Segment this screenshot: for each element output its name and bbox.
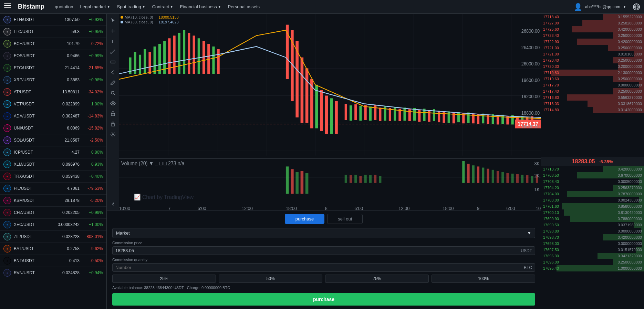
svg-rect-117 bbox=[374, 175, 376, 183]
coin-row[interactable]: ● ETC/USDT 21.4414 -21.65% bbox=[0, 62, 106, 74]
buy-order-row[interactable]: 17704.20 0.2563270000 bbox=[541, 185, 644, 191]
eye-tool[interactable] bbox=[109, 99, 117, 107]
coin-row[interactable]: ● XEC/USDT 0.00003242 +1.00% bbox=[0, 219, 106, 231]
coin-row[interactable]: ● BCH/USDT 101.79 -0.72% bbox=[0, 38, 106, 50]
nav-spot-trading[interactable]: Spot trading▼ bbox=[117, 4, 145, 9]
sell-order-row[interactable]: 17714.80 0.3142000000 bbox=[541, 107, 644, 113]
sell-order-row[interactable]: 17717.70 0.0000000000 bbox=[541, 82, 644, 88]
coin-row[interactable]: ● EOS/USDT 0.9466 +0.99% bbox=[0, 50, 106, 62]
buy-order-row[interactable]: 17699.90 0.7880000000 bbox=[541, 216, 644, 222]
coin-row[interactable]: ● LTC/USDT 59.3 +0.95% bbox=[0, 26, 106, 38]
buy-order-row[interactable]: 17708.50 0.6700000000 bbox=[541, 172, 644, 178]
draw-tool[interactable] bbox=[109, 48, 117, 56]
buy-order-row[interactable]: 17704.00 0.7870000000 bbox=[541, 191, 644, 197]
coin-price: 0.2758 bbox=[55, 246, 80, 251]
coin-row[interactable]: ● BAT/USDT 0.2758 -9.62% bbox=[0, 243, 106, 255]
trading-panel: purchase sell out Market ▼ Commission pr… bbox=[107, 210, 541, 309]
sell-order-row[interactable]: 17713.40 0.1555220000 bbox=[541, 14, 644, 20]
percent-button[interactable]: 50% bbox=[219, 275, 322, 283]
coin-row[interactable]: ● ETH/USDT 1307.50 +0.93% bbox=[0, 14, 106, 26]
settings-tool[interactable] bbox=[109, 130, 117, 138]
coin-row[interactable]: ● FIL/USDT 4.7061 -79.53% bbox=[0, 183, 106, 195]
coin-row[interactable]: ● XLM/USDT 0.096976 +0.93% bbox=[0, 158, 106, 171]
buy-order-row[interactable]: 17697.50 0.0151570000 bbox=[541, 247, 644, 253]
coin-icon: ● bbox=[3, 40, 11, 48]
pencil-tool[interactable] bbox=[109, 79, 117, 87]
sell-order-row[interactable]: 17717.40 0.2500000000 bbox=[541, 88, 644, 94]
percent-button[interactable]: 25% bbox=[112, 275, 216, 283]
coin-change: -5.20% bbox=[82, 198, 103, 203]
nav-quotation[interactable]: quotation bbox=[55, 4, 73, 9]
sell-order-row[interactable]: 17723.40 0.2500000000 bbox=[541, 32, 644, 39]
measure-tool[interactable] bbox=[109, 58, 117, 66]
coin-row[interactable]: ● UNI/USDT 6.0069 -15.82% bbox=[0, 122, 106, 134]
commission-price-input[interactable] bbox=[115, 248, 521, 253]
coin-price: 6.0069 bbox=[55, 126, 80, 131]
expand-tool[interactable] bbox=[109, 199, 117, 207]
buy-order-row[interactable]: 17701.60 0.8580000000 bbox=[541, 203, 644, 209]
order-type-select[interactable]: Market ▼ bbox=[112, 228, 535, 238]
svg-text:26400.00: 26400.00 bbox=[521, 45, 540, 50]
sell-order-row[interactable]: 17719.80 2.1300000000 bbox=[541, 70, 644, 76]
buy-price: 17699.50 bbox=[543, 223, 565, 227]
sell-order-row[interactable]: 17721.00 0.0101000000 bbox=[541, 51, 644, 57]
buy-order-row[interactable]: 17703.00 0.0024360000 bbox=[541, 197, 644, 203]
svg-rect-83 bbox=[448, 111, 450, 123]
sell-order-row[interactable]: 17722.90 0.4200000000 bbox=[541, 39, 644, 45]
lock-tool[interactable] bbox=[109, 110, 117, 118]
sell-tab[interactable]: sell out bbox=[327, 214, 363, 224]
cursor-tool[interactable] bbox=[109, 17, 117, 25]
buy-order-row[interactable]: 17696.30 0.3421320000 bbox=[541, 253, 644, 259]
coin-row[interactable]: ● RVN/USDT 0.024828 +0.94% bbox=[0, 267, 106, 279]
buy-order-row[interactable]: 17708.40 0.0005000000 bbox=[541, 178, 644, 185]
buy-order-row[interactable]: 17698.00 0.0000000000 bbox=[541, 240, 644, 247]
sell-order-row[interactable]: 17720.40 0.2500000000 bbox=[541, 57, 644, 63]
coin-row[interactable]: ● KSM/USDT 29.1878 -5.20% bbox=[0, 195, 106, 207]
sell-order-row[interactable]: 17725.60 0.4200000000 bbox=[541, 26, 644, 32]
buy-order-row[interactable]: 17696.00 0.2500000000 bbox=[541, 259, 644, 265]
back-tool[interactable] bbox=[109, 68, 117, 76]
coin-row[interactable]: ● SOL/USDT 21.8587 -2.50% bbox=[0, 134, 106, 146]
buy-order-row[interactable]: 17695.40 1.0000000000 bbox=[541, 265, 644, 271]
nav-personal-assets[interactable]: Personal assets bbox=[228, 4, 260, 9]
percent-button[interactable]: 100% bbox=[432, 275, 535, 283]
coin-row[interactable]: ● BNT/USDT 0.413 -0.50% bbox=[0, 255, 106, 267]
commission-qty-input[interactable] bbox=[115, 265, 524, 270]
sell-order-row[interactable]: 17721.00 0.2500000000 bbox=[541, 45, 644, 51]
buy-tab[interactable]: purchase bbox=[285, 214, 324, 224]
coin-row[interactable]: ● CHZ/USDT 0.202205 +0.99% bbox=[0, 207, 106, 219]
crosshair-tool[interactable] bbox=[109, 27, 117, 35]
coin-row[interactable]: ● XRP/USDT 0.3883 +0.98% bbox=[0, 74, 106, 86]
lock-tool-2[interactable] bbox=[109, 120, 117, 128]
zoom-tool[interactable] bbox=[109, 89, 117, 97]
coin-name: KSM/USDT bbox=[14, 198, 55, 203]
sell-order-row[interactable]: 17716.80 0.5563270000 bbox=[541, 94, 644, 101]
sell-order-row[interactable]: 17727.00 0.2582880000 bbox=[541, 20, 644, 26]
coin-row[interactable]: ● ADA/USDT 0.302487 -14.83% bbox=[0, 110, 106, 122]
buy-order-row[interactable]: 17698.80 0.0000000000 bbox=[541, 228, 644, 234]
nav-contract[interactable]: Contract▼ bbox=[152, 4, 173, 9]
buy-order-row[interactable]: 17699.50 0.0371980000 bbox=[541, 222, 644, 228]
nav-financial-business[interactable]: Financial business▼ bbox=[180, 4, 221, 9]
buy-order-row[interactable]: 17700.10 0.8130420000 bbox=[541, 209, 644, 216]
svg-rect-71 bbox=[389, 108, 391, 121]
language-selector[interactable] bbox=[633, 3, 640, 10]
buy-order-row[interactable]: 17710.70 0.4200000000 bbox=[541, 166, 644, 172]
coin-row[interactable]: ● AT/USDT 13.50811 -34.02% bbox=[0, 86, 106, 98]
sell-price: 17717.40 bbox=[543, 89, 565, 93]
purchase-button[interactable]: purchase bbox=[112, 293, 535, 306]
coin-row[interactable]: ● ICP/USDT 4.27 +0.80% bbox=[0, 146, 106, 158]
buy-order-row[interactable]: 17698.70 0.4200000000 bbox=[541, 234, 644, 240]
sell-order-row[interactable]: 17716.03 0.3318670000 bbox=[541, 101, 644, 107]
hamburger-icon[interactable] bbox=[4, 3, 11, 10]
coin-row[interactable]: ● TRX/USDT 0.059438 +0.40% bbox=[0, 171, 106, 183]
coin-row[interactable]: ● ZIL/USDT 0.028228 -808.01% bbox=[0, 231, 106, 243]
percent-button[interactable]: 75% bbox=[325, 275, 429, 283]
sell-order-row[interactable]: 17720.30 0.2000000000 bbox=[541, 63, 644, 70]
percent-row: 25%50%75%100% bbox=[112, 275, 535, 283]
user-menu[interactable]: 👤 abc****bc@qq.com ▼ bbox=[574, 3, 626, 11]
text-tool[interactable]: T bbox=[109, 37, 117, 45]
nav-legal-market[interactable]: Legal market▼ bbox=[80, 4, 110, 9]
sell-order-row[interactable]: 17719.60 0.2500000000 bbox=[541, 76, 644, 82]
coin-row[interactable]: ● VET/USDT 0.022899 +1.00% bbox=[0, 98, 106, 110]
